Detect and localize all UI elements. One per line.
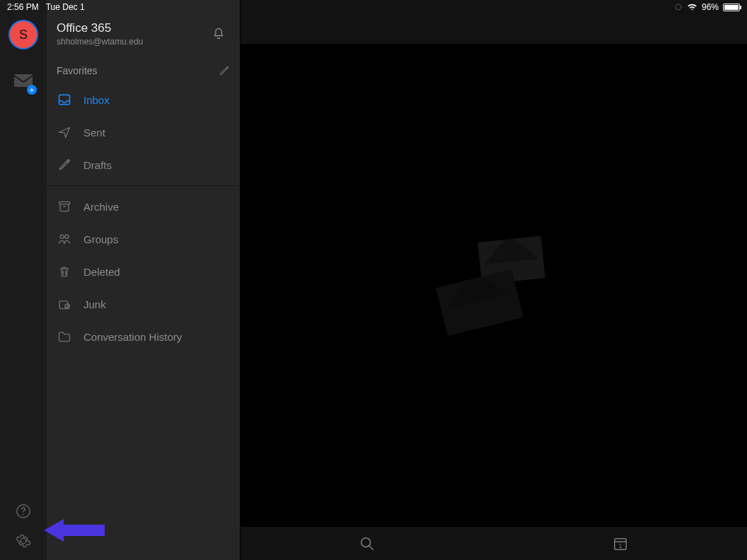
battery-icon (723, 4, 740, 11)
compose-mail-button[interactable]: + (11, 69, 35, 93)
status-time: 2:56 PM (7, 2, 39, 12)
folder-groups[interactable]: Groups (47, 223, 240, 255)
status-bar: 2:56 PM Tue Dec 1 96% (0, 0, 747, 14)
calendar-tab[interactable]: 1 (584, 530, 656, 557)
folder-sidebar: Office 365 shholmes@wtamu.edu Favorites … (47, 0, 241, 560)
folder-label: Junk (83, 298, 106, 310)
trash-icon (57, 264, 72, 279)
gear-icon (16, 533, 31, 549)
favorites-folder-list: InboxSentDrafts (47, 83, 240, 181)
more-folders-list: ArchiveGroupsDeletedJunkConversation His… (47, 190, 240, 353)
folder-archive[interactable]: Archive (47, 190, 240, 223)
empty-mail-illustration (441, 235, 547, 334)
folder-label: Sent (83, 127, 105, 139)
sent-icon (57, 125, 72, 139)
svg-line-11 (369, 545, 374, 549)
svg-point-7 (65, 235, 69, 238)
folder-drafts[interactable]: Drafts (47, 148, 240, 181)
avatar-initial: S (19, 28, 28, 42)
left-rail: S + (0, 0, 47, 560)
plus-badge-icon: + (27, 85, 37, 95)
empty-state (241, 44, 747, 526)
bell-icon (212, 27, 226, 41)
search-icon (359, 536, 375, 552)
account-service-name: Office 365 (57, 21, 207, 35)
folder-junk[interactable]: Junk (47, 288, 240, 320)
search-tab[interactable] (331, 530, 403, 557)
svg-point-0 (676, 4, 681, 10)
edit-favorites-button[interactable] (219, 65, 230, 76)
folder-label: Groups (83, 233, 118, 245)
folder-sent[interactable]: Sent (47, 116, 240, 148)
svg-text:1: 1 (619, 542, 622, 549)
account-email: shholmes@wtamu.edu (57, 37, 207, 47)
wifi-icon (687, 3, 697, 11)
folder-deleted[interactable]: Deleted (47, 255, 240, 288)
profile-avatar[interactable]: S (8, 20, 38, 49)
status-date: Tue Dec 1 (46, 2, 85, 12)
calendar-icon: 1 (613, 536, 628, 552)
svg-rect-5 (59, 202, 70, 204)
folder-inbox[interactable]: Inbox (47, 83, 240, 116)
battery-percent: 96% (702, 2, 719, 12)
groups-icon (57, 232, 72, 246)
drafts-icon (57, 158, 72, 172)
junk-icon (57, 297, 72, 311)
help-button[interactable] (16, 503, 31, 519)
folder-conversation-history[interactable]: Conversation History (47, 320, 240, 353)
folder-icon (57, 329, 72, 344)
folder-label: Drafts (83, 159, 112, 171)
svg-point-3 (23, 514, 24, 515)
dnd-icon (674, 3, 683, 11)
content-pane: 1 (241, 0, 747, 560)
bottom-tab-bar: 1 (241, 526, 747, 560)
archive-icon (57, 199, 72, 214)
folder-label: Archive (83, 201, 119, 213)
folder-label: Inbox (83, 94, 110, 106)
pencil-icon (219, 65, 230, 76)
svg-point-6 (60, 235, 64, 238)
favorites-section-header: Favorites (47, 59, 240, 83)
notifications-button[interactable] (207, 23, 230, 45)
folder-label: Deleted (83, 266, 120, 278)
help-icon (16, 503, 31, 519)
inbox-icon (57, 93, 72, 107)
favorites-label: Favorites (57, 65, 98, 76)
settings-button[interactable] (16, 533, 31, 549)
folder-label: Conversation History (83, 331, 182, 343)
sidebar-divider (47, 185, 240, 186)
